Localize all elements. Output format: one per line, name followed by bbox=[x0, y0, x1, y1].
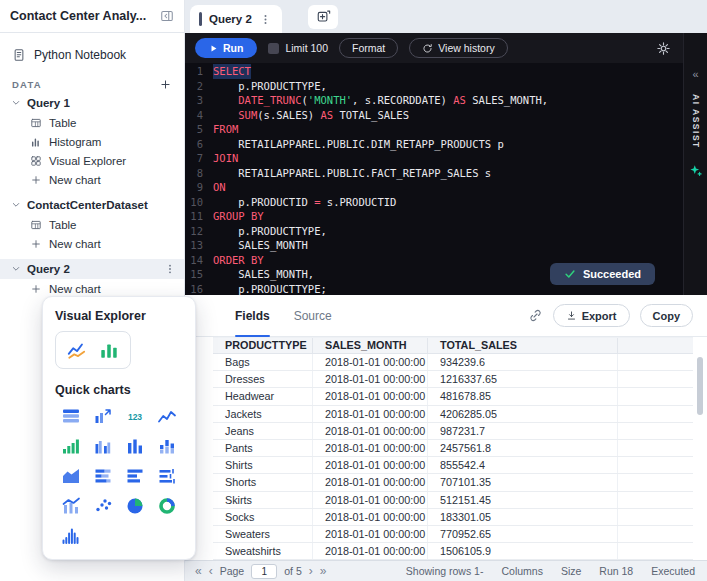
code-line[interactable]: FROM bbox=[213, 122, 238, 137]
collapse-ai-panel-icon[interactable]: « bbox=[692, 69, 698, 80]
quick-chart-stacked-rows[interactable] bbox=[87, 465, 119, 487]
prev-page-button[interactable]: ‹ bbox=[209, 565, 213, 577]
quick-chart-area[interactable] bbox=[55, 465, 87, 487]
quick-chart-stacked-columns[interactable] bbox=[151, 435, 183, 457]
view-history-button[interactable]: View history bbox=[409, 38, 507, 58]
rows-chart-icon bbox=[125, 466, 145, 486]
quick-chart-rows[interactable] bbox=[119, 465, 151, 487]
code-line[interactable]: SALES_MONTH bbox=[213, 238, 308, 253]
tab-query-2[interactable]: Query 2 bbox=[190, 5, 282, 33]
code-line[interactable]: p.PRODUCTTYPE, bbox=[213, 79, 327, 94]
table-row[interactable]: Sweaters2018-01-01 00:00:00770952.65 bbox=[213, 526, 693, 543]
sidebar-item-label: New chart bbox=[49, 283, 101, 295]
settings-gear-icon[interactable] bbox=[656, 41, 671, 56]
table-row[interactable]: Bags2018-01-01 00:00:00934239.6 bbox=[213, 354, 693, 371]
code-line[interactable]: GROUP BY bbox=[213, 209, 264, 224]
sidebar-item-visual-explorer[interactable]: Visual Explorer bbox=[0, 151, 184, 170]
sidebar-item-histogram[interactable]: Histogram bbox=[0, 132, 184, 151]
chevron-down-icon[interactable] bbox=[10, 97, 22, 109]
table-row[interactable]: Sweatshirts2018-01-01 00:00:001506105.9 bbox=[213, 543, 693, 560]
quick-chart-histogram[interactable] bbox=[55, 525, 87, 547]
run-count-label[interactable]: Run 18 bbox=[599, 565, 633, 577]
sidebar-item-new-chart[interactable]: New chart bbox=[0, 170, 184, 189]
quick-chart-bar-growth[interactable] bbox=[55, 435, 87, 457]
table-row[interactable]: Shirts2018-01-01 00:00:00855542.4 bbox=[213, 457, 693, 474]
code-line[interactable]: SELECT bbox=[213, 64, 251, 79]
table-row[interactable]: Jeans2018-01-01 00:00:00987231.7 bbox=[213, 423, 693, 440]
item-menu-icon[interactable] bbox=[164, 263, 176, 275]
code-line[interactable]: SALES_MONTH, bbox=[213, 267, 314, 282]
last-page-button[interactable]: » bbox=[320, 565, 327, 577]
sidebar-item-contactcenterdataset[interactable]: ContactCenterDataset bbox=[0, 195, 184, 215]
code-line[interactable]: JOIN bbox=[213, 151, 238, 166]
quick-chart-combo[interactable] bbox=[55, 495, 87, 517]
results-actions: Export Copy bbox=[528, 304, 693, 327]
sidebar-item-table[interactable]: Table bbox=[0, 113, 184, 132]
code-line[interactable]: RETAILAPPAREL.PUBLIC.DIM_RETAPP_PRODUCTS… bbox=[213, 137, 504, 152]
table-cell: 2018-01-01 00:00:00 bbox=[313, 371, 428, 387]
plus-icon bbox=[30, 174, 42, 186]
export-button[interactable]: Export bbox=[553, 304, 630, 327]
table-row[interactable]: Headwear2018-01-01 00:00:00481678.85 bbox=[213, 388, 693, 405]
link-icon[interactable] bbox=[528, 308, 543, 323]
chevron-down-icon[interactable] bbox=[10, 199, 22, 211]
quick-chart-pie[interactable] bbox=[119, 495, 151, 517]
copy-button[interactable]: Copy bbox=[640, 304, 694, 327]
sidebar-item-python-notebook[interactable]: Python Notebook bbox=[0, 43, 184, 67]
quick-chart-table[interactable] bbox=[55, 405, 87, 427]
quick-chart-scatter[interactable] bbox=[87, 495, 119, 517]
line-number: 9 bbox=[185, 180, 203, 195]
tab-menu-icon[interactable] bbox=[259, 13, 272, 26]
run-button[interactable]: Run bbox=[195, 38, 257, 58]
tab-source[interactable]: Source bbox=[294, 309, 332, 323]
code-line[interactable]: DATE_TRUNC('MONTH', s.RECORDDATE) AS SAL… bbox=[213, 93, 548, 108]
chevron-down-icon[interactable] bbox=[10, 263, 22, 275]
code-line[interactable]: ON bbox=[213, 180, 226, 195]
next-page-button[interactable]: › bbox=[309, 565, 313, 577]
code-line[interactable]: RETAILAPPAREL.PUBLIC.FACT_RETAPP_SALES s bbox=[213, 166, 491, 181]
sidebar-item-new-chart[interactable]: New chart bbox=[0, 234, 184, 253]
quick-chart-number[interactable]: 123 bbox=[119, 405, 151, 427]
table-row[interactable]: Skirts2018-01-01 00:00:00512151.45 bbox=[213, 492, 693, 509]
add-data-button[interactable] bbox=[159, 78, 172, 91]
column-header-total-sales[interactable]: TOTAL_SALES bbox=[428, 338, 618, 353]
sidebar-item-query-2[interactable]: Query 2 bbox=[0, 259, 184, 279]
table-row[interactable]: Dresses2018-01-01 00:00:001216337.65 bbox=[213, 371, 693, 388]
size-label[interactable]: Size bbox=[561, 565, 581, 577]
page-input[interactable] bbox=[251, 564, 277, 579]
code-line[interactable]: SUM(s.SALES) AS TOTAL_SALES bbox=[213, 108, 409, 123]
quick-chart-pivot[interactable] bbox=[87, 405, 119, 427]
limit-100-toggle[interactable]: Limit 100 bbox=[268, 42, 328, 54]
visual-explorer-button[interactable] bbox=[55, 331, 131, 369]
ai-assist-panel: « AI ASSIST bbox=[683, 33, 707, 295]
quick-chart-donut[interactable] bbox=[151, 495, 183, 517]
sidebar-item-table[interactable]: Table bbox=[0, 215, 184, 234]
quick-chart-columns[interactable] bbox=[119, 435, 151, 457]
code-line[interactable]: p.PRODUCTID = s.PRODUCTID bbox=[213, 195, 396, 210]
executed-label[interactable]: Executed bbox=[651, 565, 695, 577]
scrollbar[interactable] bbox=[697, 357, 703, 415]
table-row[interactable]: Socks2018-01-01 00:00:00183301.05 bbox=[213, 509, 693, 526]
ai-sparkle-icon[interactable] bbox=[688, 163, 703, 178]
format-button[interactable]: Format bbox=[339, 38, 398, 58]
code-line[interactable]: ORDER BY bbox=[213, 253, 264, 268]
quick-chart-grouped-columns[interactable] bbox=[87, 435, 119, 457]
column-header-producttype[interactable]: PRODUCTTYPE bbox=[213, 338, 313, 353]
table-row[interactable]: Jackets2018-01-01 00:00:004206285.05 bbox=[213, 406, 693, 423]
limit-checkbox[interactable] bbox=[268, 43, 279, 54]
table-row[interactable]: Shorts2018-01-01 00:00:00707101.35 bbox=[213, 474, 693, 491]
new-tab-button[interactable] bbox=[308, 5, 338, 29]
columns-label[interactable]: Columns bbox=[501, 565, 542, 577]
code-line[interactable]: p.PRODUCTTYPE, bbox=[213, 224, 327, 239]
collapse-sidebar-icon[interactable] bbox=[160, 9, 174, 23]
first-page-button[interactable]: « bbox=[195, 565, 202, 577]
quick-chart-line[interactable] bbox=[151, 405, 183, 427]
table-row[interactable]: Pants2018-01-01 00:00:002457561.8 bbox=[213, 440, 693, 457]
tab-fields[interactable]: Fields bbox=[235, 309, 270, 323]
sidebar-item-query-1[interactable]: Query 1 bbox=[0, 93, 184, 113]
quick-chart-bullet[interactable] bbox=[151, 465, 183, 487]
bar-growth-chart-icon bbox=[61, 436, 81, 456]
sql-editor[interactable]: 1SELECT2 p.PRODUCTTYPE,3 DATE_TRUNC('MON… bbox=[185, 63, 683, 295]
column-header-sales-month[interactable]: SALES_MONTH bbox=[313, 338, 428, 353]
code-line[interactable]: p.PRODUCTTYPE; bbox=[213, 282, 327, 296]
